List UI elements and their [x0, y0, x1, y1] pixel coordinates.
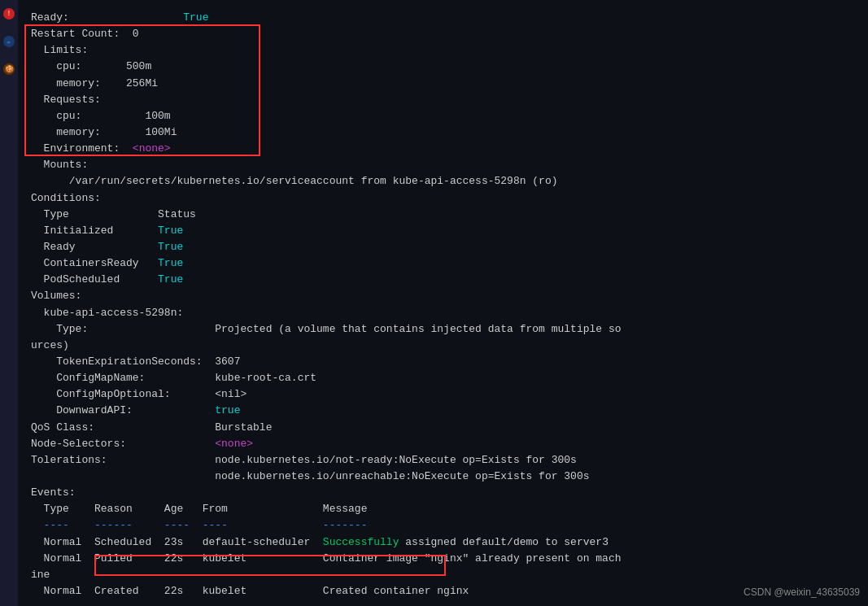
line-downward-api: DownwardAPI: true: [31, 403, 855, 419]
line-conditions: Conditions:: [31, 190, 855, 207]
line-mount-path: /var/run/secrets/kubernetes.io/serviceac…: [31, 173, 855, 190]
line-events-dashes: ---- ------ ---- ---- -------: [31, 517, 855, 534]
cookie-icon: 🍪: [3, 63, 15, 75]
icon-bar: ! ✏ 🍪: [0, 0, 18, 606]
line-containers-ready: ContainersReady True: [31, 255, 855, 272]
line-mounts: Mounts:: [31, 157, 855, 173]
line-pod-scheduled: PodScheduled True: [31, 272, 855, 288]
line-limits-header: Limits:: [31, 42, 855, 59]
line-qos: QoS Class: Burstable: [31, 420, 855, 436]
line-volume-name: kube-api-access-5298n:: [31, 305, 855, 321]
line-configmap-optional: ConfigMapOptional: <nil>: [31, 386, 855, 403]
line-tolerations-2: node.kubernetes.io/unreachable:NoExecute…: [31, 469, 855, 485]
edit-icon: ✏: [3, 36, 15, 47]
line-event-created: Normal Created 22s kubelet Created conta…: [31, 583, 855, 599]
line-requests-header: Requests:: [31, 92, 855, 108]
line-event-scheduled: Normal Scheduled 23s default-scheduler S…: [31, 534, 855, 551]
terminal-window: ! ✏ 🍪 Ready: True Restart Count: 0 Limit…: [0, 0, 868, 606]
line-conditions-header: Type Status: [31, 207, 855, 223]
terminal-content: Ready: True Restart Count: 0 Limits: cpu…: [26, 7, 860, 599]
line-ready-cond: Ready True: [31, 239, 855, 255]
line-events: Events:: [31, 485, 855, 501]
line-initialized: Initialized True: [31, 223, 855, 239]
line-restart: Restart Count: 0: [31, 26, 855, 42]
line-ready: Ready: True: [31, 10, 855, 26]
line-cpu-limit: cpu: 500m: [31, 59, 855, 75]
line-memory-request: memory: 100Mi: [31, 124, 855, 141]
csdn-watermark: CSDN @weixin_43635039: [744, 586, 860, 598]
line-node-selectors: Node-Selectors: <none>: [31, 436, 855, 452]
line-environment: Environment: <none>: [31, 141, 855, 157]
line-memory-limit: memory: 256Mi: [31, 76, 855, 92]
line-event-pulled: Normal Pulled 22s kubelet Container imag…: [31, 551, 855, 567]
notification-icon: !: [3, 8, 15, 20]
line-tolerations-1: Tolerations: node.kubernetes.io/not-read…: [31, 452, 855, 469]
line-token-expiry: TokenExpirationSeconds: 3607: [31, 354, 855, 370]
line-events-header: Type Reason Age From Message: [31, 501, 855, 517]
line-volume-type: Type: Projected (a volume that contains …: [31, 321, 855, 338]
line-configmap-name: ConfigMapName: kube-root-ca.crt: [31, 370, 855, 386]
line-volumes: Volumes:: [31, 288, 855, 304]
line-cpu-request: cpu: 100m: [31, 108, 855, 124]
line-event-pulled-cont: ine: [31, 567, 855, 583]
line-volume-type-cont: urces): [31, 338, 855, 354]
